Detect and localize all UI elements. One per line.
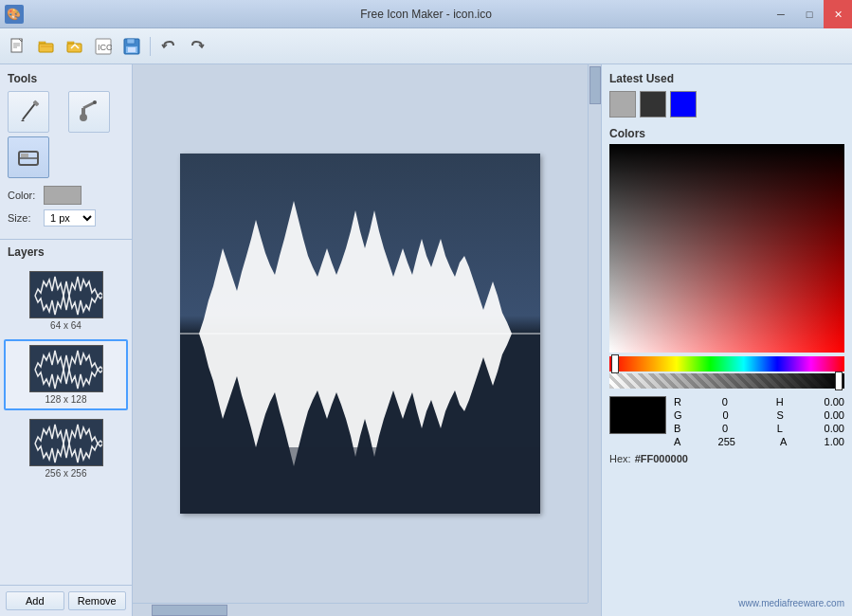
alpha-float-label: A [780, 436, 787, 447]
hue-bar[interactable] [609, 356, 844, 371]
alpha-float-value: 1.00 [825, 436, 844, 447]
minimize-button[interactable]: ─ [767, 0, 795, 28]
export-button[interactable]: ICO [90, 33, 117, 60]
hue-label: H [776, 396, 784, 408]
svg-rect-16 [128, 47, 136, 52]
red-label: R [674, 396, 681, 408]
title-bar: 🎨 Free Icon Maker - icon.ico ─ □ ✕ [0, 0, 852, 28]
color-row: Color: [8, 186, 124, 205]
eyedropper-tool-button[interactable] [68, 91, 110, 133]
icon-canvas[interactable] [180, 154, 540, 514]
left-panel: Tools [0, 64, 133, 616]
canvas-viewport[interactable] [133, 64, 588, 603]
svg-rect-28 [30, 346, 103, 392]
open-file2-button[interactable] [62, 33, 88, 60]
layers-label: Layers [0, 240, 132, 263]
alpha-value-row: A 255 A 1.00 [674, 436, 844, 447]
layer-item-64[interactable]: 64 x 64 [4, 266, 128, 335]
size-select[interactable]: 1 px 2 px 4 px 8 px [44, 209, 96, 226]
hex-row: Hex: #FF000000 [609, 453, 844, 464]
tools-section: Tools [0, 64, 132, 240]
svg-line-17 [23, 102, 36, 119]
title-text: Free Icon Maker - icon.ico [360, 8, 492, 21]
website-link[interactable]: www.mediafreeware.com [609, 594, 844, 608]
recent-color-blue[interactable] [670, 91, 697, 118]
canvas-area [133, 64, 601, 616]
right-panel: Latest Used Colors R 0 H 0 [601, 64, 852, 616]
svg-text:🎨: 🎨 [7, 7, 21, 21]
size-label: Size: [8, 212, 38, 224]
color-gradient[interactable] [609, 144, 844, 353]
redo-button[interactable] [184, 33, 210, 60]
scroll-thumb-vertical[interactable] [589, 66, 601, 104]
color-swatch[interactable] [44, 186, 82, 205]
new-file-button[interactable] [5, 33, 31, 60]
alpha-value: 255 [718, 436, 735, 447]
svg-rect-7 [39, 44, 53, 52]
layer-size-256: 256 x 256 [45, 468, 87, 479]
svg-text:ICO: ICO [98, 43, 112, 52]
svg-marker-18 [21, 119, 25, 121]
recent-color-gray[interactable] [609, 91, 636, 118]
color-label: Color: [8, 190, 38, 201]
layers-list[interactable]: 64 x 64 128 x 128 [0, 263, 132, 585]
saturation-label: S [776, 409, 783, 421]
color-values-table: R 0 H 0.00 G 0 S 0.00 B 0 L 0.00 [674, 396, 844, 449]
layer-thumb-64 [29, 271, 103, 318]
red-value: 0 [722, 396, 728, 408]
alpha-bar[interactable] [609, 373, 844, 389]
green-value: 0 [722, 409, 728, 421]
layer-size-128: 128 x 128 [45, 394, 87, 405]
svg-rect-34 [180, 447, 540, 514]
svg-rect-21 [82, 108, 85, 118]
save-button[interactable] [118, 33, 145, 60]
layer-size-64: 64 x 64 [50, 320, 82, 331]
color-bottom: R 0 H 0.00 G 0 S 0.00 B 0 L 0.00 [609, 396, 844, 449]
svg-point-23 [93, 100, 97, 104]
blue-value-row: B 0 L 0.00 [674, 423, 844, 434]
lightness-label: L [777, 423, 783, 434]
main-content: Tools [0, 64, 852, 616]
layer-thumb-256 [29, 419, 103, 466]
tools-grid [8, 91, 124, 178]
toolbar: ICO [0, 28, 852, 64]
hex-label: Hex: [609, 453, 631, 464]
blue-value: 0 [722, 423, 728, 434]
hue-indicator [611, 354, 619, 373]
color-preview[interactable] [609, 396, 666, 434]
eraser-tool-button[interactable] [8, 136, 49, 178]
maximize-button[interactable]: □ [795, 0, 824, 28]
pencil-tool-button[interactable] [8, 91, 49, 133]
size-row: Size: 1 px 2 px 4 px 8 px [8, 209, 124, 226]
color-picker-area [609, 144, 844, 353]
lightness-value: 0.00 [825, 423, 844, 434]
remove-layer-button[interactable]: Remove [68, 591, 127, 610]
recent-color-dark[interactable] [640, 91, 666, 118]
layer-item-256[interactable]: 256 x 256 [4, 414, 128, 483]
green-value-row: G 0 S 0.00 [674, 409, 844, 421]
green-label: G [674, 409, 682, 421]
open-file-button[interactable] [33, 33, 60, 60]
colors-label: Colors [609, 127, 844, 140]
blue-label: B [674, 423, 680, 434]
canvas-scroll-horizontal[interactable] [133, 603, 588, 616]
svg-rect-26 [21, 154, 28, 157]
layers-section: Layers 64 x 64 [0, 240, 132, 616]
svg-line-22 [83, 102, 95, 108]
close-button[interactable]: ✕ [824, 0, 852, 28]
hue-value: 0.00 [825, 396, 844, 408]
layer-item-128[interactable]: 128 x 128 [4, 339, 128, 410]
canvas-scroll-vertical[interactable] [588, 64, 601, 603]
scroll-thumb-horizontal[interactable] [152, 605, 227, 616]
svg-rect-29 [30, 420, 103, 466]
layer-thumb-128 [29, 345, 103, 392]
add-layer-button[interactable]: Add [6, 591, 64, 610]
hex-value: #FF000000 [635, 453, 688, 464]
waveform-graphic [180, 154, 540, 514]
toolbar-separator [150, 37, 151, 56]
layers-footer: Add Remove [0, 585, 132, 616]
alpha-label: A [674, 436, 680, 447]
svg-rect-27 [30, 272, 103, 318]
latest-used-label: Latest Used [609, 72, 844, 85]
undo-button[interactable] [155, 33, 182, 60]
